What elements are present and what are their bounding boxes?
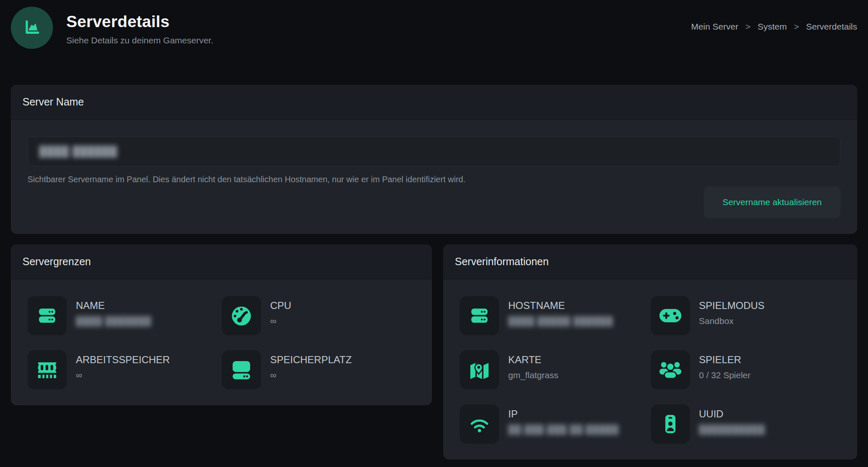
page-avatar <box>11 7 53 49</box>
breadcrumb: Mein Server > System > Serverdetails <box>691 7 857 32</box>
gamepad-icon <box>658 303 683 328</box>
stat-value: gm_flatgrass <box>508 370 558 380</box>
breadcrumb-item-system[interactable]: System <box>758 22 787 32</box>
stat-cpu: CPU ∞ <box>222 296 416 335</box>
stat-label: UUID <box>699 408 765 420</box>
chart-area-icon <box>22 18 42 38</box>
stat-value: ██.███.███.██:█████ <box>508 424 619 434</box>
stat-hostname: HOSTNAME ████ █████ ██████ <box>460 296 651 335</box>
server-limits-card: Servergrenzen NAME ████ ███ <box>11 244 432 405</box>
server-name-card-header: Server Name <box>11 85 857 120</box>
stat-label: NAME <box>76 300 152 311</box>
breadcrumb-item-mein-server[interactable]: Mein Server <box>691 22 738 32</box>
stat-value: ∞ <box>76 370 170 380</box>
server-name-card: Server Name ████ ██████ Sichtbarer Serve… <box>11 85 857 234</box>
server-info-card-header: Serverinformationen <box>443 244 857 279</box>
server-info-card: Serverinformationen HOSTNAME <box>443 244 857 459</box>
stat-label: HOSTNAME <box>508 300 613 311</box>
breadcrumb-separator: > <box>745 22 750 32</box>
stat-memory: ARBEITSSPEICHER ∞ <box>28 350 222 389</box>
page-title: Serverdetails <box>66 13 213 31</box>
harddrive-icon <box>230 358 253 382</box>
stat-gamemode: SPIELMODUS Sandbox <box>651 296 842 335</box>
stat-memory-icon-box <box>28 350 67 389</box>
server-name-card-title: Server Name <box>23 96 84 108</box>
stat-value: Sandbox <box>699 316 765 326</box>
stat-name: NAME ████ ███████ <box>28 296 222 335</box>
stat-disk-icon-box <box>222 350 261 389</box>
stat-name-icon-box <box>28 296 67 335</box>
stat-label: SPEICHERPLATZ <box>270 354 352 366</box>
stat-value: ██████████ <box>699 424 765 434</box>
stat-ip: IP ██.███.███.██:█████ <box>460 404 651 444</box>
map-icon <box>468 358 491 382</box>
stat-cpu-icon-box <box>222 296 261 335</box>
wifi-icon <box>468 412 491 436</box>
stat-value: ∞ <box>270 370 352 380</box>
idcard-icon <box>660 413 681 435</box>
stat-gamemode-icon-box <box>651 296 690 335</box>
stat-label: ARBEITSSPEICHER <box>76 354 170 366</box>
stat-players: SPIELER 0 / 32 Spieler <box>651 350 842 389</box>
server-icon <box>36 305 58 326</box>
users-icon <box>658 357 683 382</box>
server-info-card-title: Serverinformationen <box>455 256 549 268</box>
stat-value: ████ ███████ <box>76 316 152 326</box>
stat-label: IP <box>508 408 619 420</box>
server-name-input[interactable]: ████ ██████ <box>28 136 840 166</box>
stat-label: KARTE <box>508 354 558 366</box>
page-header: Serverdetails Siehe Details zu deinem Ga… <box>0 0 868 49</box>
server-name-help-text: Sichtbarer Servername im Panel. Dies änd… <box>28 175 840 184</box>
stat-uuid: UUID ██████████ <box>651 404 842 444</box>
stat-map: KARTE gm_flatgrass <box>460 350 651 389</box>
stat-map-icon-box <box>460 350 499 389</box>
memory-icon <box>35 358 59 382</box>
stat-label: SPIELER <box>699 354 751 366</box>
server-icon <box>469 305 490 326</box>
stat-label: CPU <box>270 300 291 311</box>
stat-uuid-icon-box <box>651 404 690 444</box>
server-name-input-value: ████ ██████ <box>39 146 118 157</box>
stat-value: ████ █████ ██████ <box>508 316 613 326</box>
page-subtitle: Siehe Details zu deinem Gameserver. <box>66 35 213 45</box>
stat-ip-icon-box <box>460 404 499 444</box>
stat-value: 0 / 32 Spieler <box>699 370 751 380</box>
gauge-icon <box>230 304 253 327</box>
stat-hostname-icon-box <box>460 296 499 335</box>
breadcrumb-separator: > <box>794 22 799 32</box>
stat-value: ∞ <box>270 316 291 326</box>
server-limits-card-header: Servergrenzen <box>11 244 432 279</box>
stat-label: SPIELMODUS <box>699 300 765 311</box>
breadcrumb-item-serverdetails[interactable]: Serverdetails <box>806 22 857 32</box>
server-limits-card-title: Servergrenzen <box>23 256 91 268</box>
update-servername-button[interactable]: Servername aktualisieren <box>704 186 840 218</box>
stat-players-icon-box <box>651 350 690 389</box>
stat-disk: SPEICHERPLATZ ∞ <box>222 350 416 389</box>
